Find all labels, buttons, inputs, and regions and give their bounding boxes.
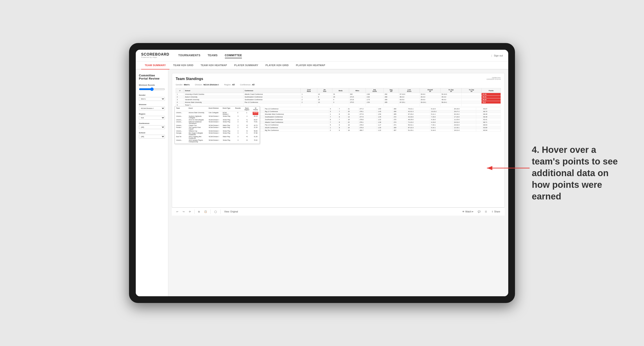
redo-button[interactable]: ↪ <box>182 210 185 213</box>
col-points: Points <box>482 88 501 93</box>
refresh-button[interactable]: ⟳ <box>188 210 192 213</box>
sidebar-section-conference: Conference (All) <box>139 122 165 129</box>
sub-nav: TEAM SUMMARY TEAM H2H GRID TEAM H2H HEAT… <box>136 61 508 69</box>
sidebar-logo: CommitteePortal Review <box>139 74 165 80</box>
annotation-text: 4. Hover over a team's points to see add… <box>532 144 626 202</box>
sidebar-title: CommitteePortal Review <box>139 74 165 80</box>
sidebar-section-min-rounds: Minimum Rounds <box>139 84 165 91</box>
col-wins: Wins <box>349 88 366 93</box>
filter-division-value: NCAA Division I <box>204 84 219 86</box>
popup-row: Univers... Southern Highlands Collegiate… <box>176 115 258 119</box>
filter-region-value: All <box>232 84 235 86</box>
tab-player-h2h-heatmap[interactable]: PLAYER H2H HEATMAP <box>292 61 329 69</box>
undo-button[interactable]: ↩ <box>176 210 179 213</box>
region-select[interactable]: N/A East West <box>139 116 165 120</box>
filter-conference-label: Conference: <box>240 84 251 86</box>
school-select[interactable]: (All) <box>139 135 165 139</box>
main-nav: TOURNAMENTS TEAMS COMMITTEE <box>178 53 492 58</box>
filter-division-label: Division: <box>195 84 202 86</box>
tab-team-h2h-heatmap[interactable]: TEAM H2H HEATMAP <box>197 61 231 69</box>
sidebar-label-min-rounds: Minimum Rounds <box>139 84 165 86</box>
popup-row: Georgia Ben Hogan Collegiate Invitationa… <box>176 132 258 136</box>
col-vs-top-50: Vs Top50 <box>461 88 481 93</box>
popup-row: Univers... 2023 Sahalee Players Champion… <box>176 139 258 143</box>
share-button[interactable]: ⇧ Share <box>490 210 501 213</box>
filter-division: Division: NCAA Division I <box>195 84 219 86</box>
gender-select[interactable]: Men's Women's <box>139 97 165 101</box>
tab-team-summary[interactable]: TEAM SUMMARY <box>141 61 170 69</box>
col-conf-rank: ConfRank <box>301 88 317 93</box>
col-no-tour: NoTour <box>317 88 332 93</box>
conference-select[interactable]: (All) <box>139 125 165 129</box>
popup-row: Florida I The Cypress Point Classic NCAA… <box>176 126 258 130</box>
filter-row: Gender: Men's Division: NCAA Division I … <box>176 84 501 86</box>
tab-team-h2h-grid[interactable]: TEAM H2H GRID <box>170 61 197 69</box>
report-title: Team Standings <box>176 77 203 81</box>
tab-player-summary[interactable]: PLAYER SUMMARY <box>231 61 262 69</box>
report-area: Team Standings Update time: 13/03/2024 1… <box>168 69 508 296</box>
col-adj-score: Adj.Score <box>366 88 384 93</box>
popup-row: Univers... Arizona State University Celc… <box>176 112 258 115</box>
sidebar-label-school: School <box>139 132 165 134</box>
app-logo-sub: Powered by clippi <box>141 56 170 58</box>
popup-row: East Tei OFCC Fighting Illini Invitation… <box>176 136 258 139</box>
report-card: Team Standings Update time: 13/03/2024 1… <box>172 73 505 207</box>
toolbar-separator-2 <box>210 209 211 214</box>
filter-gender-value: Men's <box>184 84 190 86</box>
table-row: 5 Texas T... <box>176 104 501 106</box>
filter-region: Region: All <box>224 84 235 86</box>
toolbar-separator-3 <box>220 209 220 214</box>
sidebar-label-conference: Conference <box>139 122 165 124</box>
sidebar-section-division: Division NCAA Division I NCAA Division I… <box>139 104 165 110</box>
division-select[interactable]: NCAA Division I NCAA Division II NCAA Di… <box>139 106 165 110</box>
col-vs-top-25: Vs Top25 <box>440 88 461 93</box>
tab-player-h2h-grid[interactable]: PLAYER H2H GRID <box>262 61 292 69</box>
paste-button[interactable]: 📋 <box>203 210 208 213</box>
sidebar: CommitteePortal Review Minimum Rounds Ge… <box>136 69 168 296</box>
col-low-score: LowScore <box>399 88 420 93</box>
filter-gender-label: Gender: <box>176 84 183 86</box>
filter-conference: Conference: All <box>240 84 254 86</box>
col-avg-sg: Avg.SG <box>384 88 399 93</box>
points-cell-1[interactable]: 97.03 <box>482 93 501 96</box>
bottom-toolbar: ↩ ↪ ⟳ ⧉ 📋 ◯ View: Original 👁 Watch ▾ 💬 <box>172 207 505 216</box>
table-row: 3 Vanderbilt University Southeastern Con… <box>176 98 501 101</box>
col-school: School <box>184 88 244 93</box>
toolbar-right: 👁 Watch ▾ 💬 ☷ ⇧ Share <box>461 210 501 213</box>
report-header: Team Standings Update time: 13/03/2024 1… <box>176 77 501 81</box>
nav-teams[interactable]: TEAMS <box>208 53 218 58</box>
min-rounds-slider[interactable] <box>139 87 165 91</box>
col-rank: # <box>176 88 184 93</box>
main-content: CommitteePortal Review Minimum Rounds Ge… <box>136 69 508 296</box>
comment-button[interactable]: 💬 <box>477 210 481 213</box>
tablet-frame: SCOREBOARD Powered by clippi TOURNAMENTS… <box>129 43 515 303</box>
top-nav: SCOREBOARD Powered by clippi TOURNAMENTS… <box>136 50 508 61</box>
app-logo: SCOREBOARD <box>141 53 170 56</box>
standings-table: # School Conference ConfRank NoTour Bnds… <box>176 88 501 106</box>
sidebar-label-division: Division <box>139 104 165 106</box>
layout-button[interactable]: ☷ <box>484 210 488 213</box>
table-row: 1 University of North Carolina Atlantic … <box>176 93 501 96</box>
sidebar-section-gender: Gender Men's Women's <box>139 94 165 101</box>
annotation-area: 4. Hover over a team's points to see add… <box>532 144 626 202</box>
col-overall: Overall25 <box>420 88 440 93</box>
hover-tooltip-popup: Team Event Event Division Event Type Rou… <box>174 106 260 144</box>
filter-gender: Gender: Men's <box>176 84 190 86</box>
sidebar-label-region: Region <box>139 113 165 115</box>
nav-committee[interactable]: COMMITTEE <box>225 53 242 58</box>
toolbar-separator <box>194 209 194 214</box>
outer-background: SCOREBOARD Powered by clippi TOURNAMENTS… <box>0 0 644 346</box>
col-bnds: Bnds <box>332 88 349 93</box>
sidebar-label-gender: Gender <box>139 94 165 96</box>
popup-row: Univers... Amer An Intercollegiate NCAA … <box>176 119 258 121</box>
table-row: 2 Auburn University Southeastern Confere… <box>176 96 501 98</box>
watch-button[interactable]: 👁 Watch ▾ <box>461 210 474 213</box>
nav-tournaments[interactable]: TOURNAMENTS <box>178 53 200 58</box>
sidebar-section-school: School (All) <box>139 132 165 139</box>
copy-button[interactable]: ⧉ <box>197 210 200 213</box>
sign-out-button[interactable]: Sign out <box>494 54 503 57</box>
view-original-button[interactable]: View: Original <box>223 210 239 213</box>
tablet-screen: SCOREBOARD Powered by clippi TOURNAMENTS… <box>136 50 508 296</box>
clock-button[interactable]: ◯ <box>214 210 218 213</box>
table-row: 4 Arizona State University Pac-12 Confer… <box>176 101 501 104</box>
